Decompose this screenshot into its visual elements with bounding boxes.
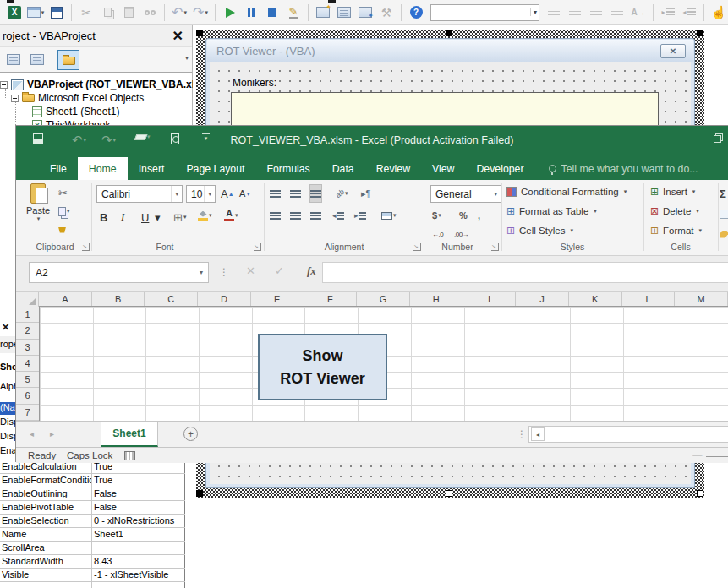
properties-window-button[interactable]: [335, 3, 353, 22]
redo-button[interactable]: ↷▾: [191, 3, 210, 22]
property-row[interactable]: EnablePivotTableFalse: [0, 501, 185, 514]
cut-button[interactable]: ✂: [58, 185, 68, 200]
delete-cells-button[interactable]: ⊠ Delete▾: [650, 206, 699, 216]
accounting-format-button[interactable]: $▾: [432, 207, 441, 224]
tab-data[interactable]: Data: [321, 157, 365, 180]
row-header-6[interactable]: 6: [16, 388, 39, 404]
tab-home[interactable]: Home: [78, 157, 128, 180]
resize-handle[interactable]: [446, 30, 452, 36]
properties-strip-item[interactable]: rope: [0, 336, 15, 353]
column-header-m[interactable]: M: [675, 292, 728, 306]
decrease-indent-button[interactable]: ◂: [332, 207, 344, 224]
property-value[interactable]: 8.43: [91, 555, 185, 568]
cut-button[interactable]: ✂: [77, 3, 96, 22]
tree-item-sheet1[interactable]: Sheet1 (Sheet1): [0, 105, 193, 118]
toolbox-button[interactable]: ⚒: [377, 3, 396, 22]
toolbar-overflow-icon[interactable]: ▾: [185, 54, 189, 62]
autosum-button[interactable]: Σ: [720, 185, 726, 202]
userform-close-button[interactable]: ✕: [660, 44, 686, 58]
properties-strip-item[interactable]: Displ: [0, 416, 15, 429]
resize-handle[interactable]: [196, 30, 203, 36]
resize-handle[interactable]: [697, 30, 703, 36]
object-browser-button[interactable]: [356, 3, 375, 22]
fill-button[interactable]: [720, 205, 728, 222]
confirm-entry-button[interactable]: ✓: [275, 264, 284, 277]
tab-file[interactable]: File: [39, 157, 78, 180]
row-header-4[interactable]: 4: [16, 356, 39, 372]
dialog-launcher-icon[interactable]: ↘: [82, 243, 90, 251]
comma-style-button[interactable]: ,: [478, 207, 480, 224]
align-center-button[interactable]: [290, 207, 301, 224]
property-row[interactable]: EnableOutliningFalse: [0, 487, 185, 501]
cell-styles-button[interactable]: ⊞ Cell Styles▾: [506, 226, 573, 236]
combo-dropdown-icon[interactable]: ▾: [530, 8, 537, 16]
font-name-combo[interactable]: Calibri▾: [96, 185, 183, 203]
format-as-table-button[interactable]: ⊞ Format as Table▾: [506, 206, 597, 216]
tab-page-layout[interactable]: Page Layout: [175, 157, 255, 180]
property-value[interactable]: False: [91, 501, 185, 514]
dialog-launcher-icon[interactable]: ↘: [413, 243, 421, 251]
undo-button[interactable]: ↶▾: [170, 3, 189, 22]
view-microsoft-excel-button[interactable]: X: [5, 3, 24, 22]
select-all-corner[interactable]: [16, 292, 39, 307]
column-header-a[interactable]: A: [39, 292, 92, 306]
resize-handle[interactable]: [196, 490, 203, 497]
tab-formulas[interactable]: Formulas: [255, 157, 320, 180]
parameter-info-button[interactable]: [608, 3, 627, 22]
property-value[interactable]: False: [91, 487, 185, 500]
scroll-left-button[interactable]: ◂: [531, 427, 545, 441]
cancel-entry-button[interactable]: ✕: [246, 264, 255, 277]
align-top-button[interactable]: [270, 185, 281, 202]
properties-strip-item[interactable]: Shee: [0, 362, 15, 374]
fill-color-button[interactable]: ▾: [198, 207, 212, 224]
design-mode-button[interactable]: ✎: [284, 3, 303, 22]
property-value[interactable]: True: [91, 474, 185, 487]
project-close-button[interactable]: ✕: [169, 26, 187, 46]
property-row[interactable]: EnableFormatConditionTrue: [0, 474, 185, 487]
outdent-button[interactable]: ◂: [680, 3, 698, 22]
row-header-5[interactable]: 5: [16, 372, 39, 388]
zoom-out-button[interactable]: —: [692, 449, 703, 460]
row-header-1[interactable]: 1: [16, 307, 39, 323]
align-left-button[interactable]: [270, 207, 281, 224]
column-header-h[interactable]: H: [410, 292, 463, 306]
column-header-j[interactable]: J: [516, 292, 569, 306]
tell-me-box[interactable]: Tell me what you want to do...: [535, 157, 698, 180]
list-properties-button[interactable]: [545, 3, 563, 22]
macro-record-icon[interactable]: [124, 451, 135, 460]
copy-button[interactable]: [98, 3, 117, 22]
show-rot-viewer-button[interactable]: Show ROT Viewer: [258, 334, 387, 400]
property-row[interactable]: NameSheet1: [0, 528, 185, 542]
property-row[interactable]: ScrollArea: [0, 542, 185, 555]
break-button[interactable]: [242, 3, 260, 22]
row-header-3[interactable]: 3: [16, 340, 39, 356]
excel-titlebar[interactable]: ↶▾ ↷▾ ▾ ▾ ROT_VIEWER_VBA.xlsm - Excel (P…: [16, 126, 728, 157]
new-sheet-button[interactable]: +: [183, 427, 198, 441]
insert-function-button[interactable]: fx: [307, 264, 316, 278]
wrap-text-button[interactable]: ▸¶: [361, 185, 370, 202]
name-box-dropdown-icon[interactable]: ▾: [200, 269, 208, 276]
property-value[interactable]: 0 - xlNoRestrictions: [91, 514, 185, 527]
clear-button[interactable]: [720, 226, 728, 242]
borders-button[interactable]: ⊞▾: [173, 209, 186, 226]
properties-strip-item[interactable]: Alph: [0, 381, 15, 394]
row-header-2[interactable]: 2: [16, 323, 39, 339]
properties-strip-item[interactable]: Displ: [0, 431, 15, 444]
horizontal-scrollbar[interactable]: ◂: [528, 426, 728, 443]
column-header-b[interactable]: B: [92, 292, 145, 306]
column-header-l[interactable]: L: [622, 292, 676, 306]
tree-item-excel-objects[interactable]: Microsoft Excel Objects: [0, 91, 193, 105]
find-button[interactable]: [140, 3, 159, 22]
tab-developer[interactable]: Developer: [465, 157, 534, 180]
view-code-button[interactable]: [4, 51, 23, 69]
insert-cells-button[interactable]: ⊞ Insert▾: [650, 187, 695, 197]
tab-insert[interactable]: Insert: [128, 157, 176, 180]
column-header-c[interactable]: C: [145, 292, 198, 306]
dialog-launcher-icon[interactable]: ↘: [254, 243, 261, 251]
property-row[interactable]: StandardWidth8.43: [0, 555, 185, 569]
project-explorer-titlebar[interactable]: roject - VBAProject ✕: [0, 25, 192, 47]
increase-font-button[interactable]: A▲: [221, 185, 234, 202]
column-header-k[interactable]: K: [569, 292, 622, 306]
number-format-combo[interactable]: General▾: [430, 185, 501, 203]
orientation-button[interactable]: ab▾: [336, 185, 348, 202]
